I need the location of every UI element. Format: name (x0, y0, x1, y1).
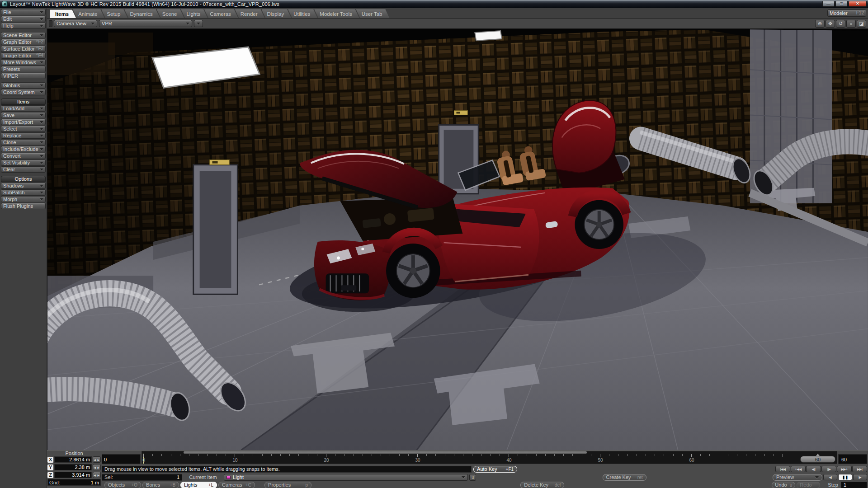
tab-user-tab[interactable]: User Tab (356, 9, 390, 18)
replace-button[interactable]: Replace (1, 132, 46, 139)
y-spinner[interactable] (93, 464, 101, 470)
center-item-icon[interactable]: ⊕ (815, 20, 825, 28)
tab-setup[interactable]: Setup (101, 9, 127, 18)
tab-lights[interactable]: Lights (181, 9, 208, 18)
current-item-dropdown[interactable]: Light (224, 474, 468, 481)
globals-button[interactable]: Globals (1, 82, 46, 89)
go-first-frame-button[interactable]: |◀◀ (775, 466, 790, 472)
transport-controls: |◀◀ +◀◀ ◀|| ||▶ ▶▶+ ▶▶| (775, 466, 867, 472)
tab-render[interactable]: Render (235, 9, 265, 18)
viewport-render[interactable] (47, 29, 868, 450)
position-mode-label[interactable]: Position (47, 450, 101, 456)
redo-button[interactable]: Redo (797, 482, 820, 488)
timeline-tick-label: 60 (689, 458, 694, 463)
render-mode-dropdown[interactable]: VPR (99, 20, 192, 27)
preview-dropdown[interactable]: Preview (773, 474, 822, 481)
z-value-field[interactable]: 3.914 m (54, 472, 92, 478)
clone-button[interactable]: Clone (1, 139, 46, 145)
end-frame-field[interactable]: 60 (838, 454, 867, 464)
move-view-icon[interactable]: ✥ (826, 20, 835, 28)
save-button[interactable]: Save (1, 112, 46, 118)
items-section-header: Items (1, 99, 46, 105)
y-axis-badge[interactable]: Y (47, 465, 53, 470)
timeline-tick (609, 454, 609, 456)
objects-tab[interactable]: Objects+O (104, 482, 141, 488)
coord-system-button[interactable]: Coord System (1, 89, 46, 95)
graph-editor-button[interactable]: Graph Editor^F2 (1, 39, 46, 45)
x-value-field[interactable]: 2.8614 m (54, 456, 92, 463)
modeler-launch-button[interactable]: Modeler F12 (827, 9, 866, 17)
lights-tab[interactable]: Lights+L (180, 482, 217, 488)
fit-view-icon[interactable]: ◪ (857, 20, 866, 28)
shadows-button[interactable]: Shadows (1, 183, 46, 189)
subpatch-button[interactable]: SubPatch (1, 189, 46, 196)
end-frame-handle[interactable]: 60 (800, 456, 835, 463)
x-axis-badge[interactable]: X (47, 457, 53, 463)
dropdown-arrow-icon (40, 155, 43, 157)
play-reverse-button[interactable]: ◀ (823, 474, 837, 480)
view-options-dropdown[interactable] (194, 20, 203, 27)
include-exclude-button[interactable]: Include/Exclude (1, 146, 46, 152)
viewport[interactable] (47, 29, 868, 450)
view-type-dropdown[interactable]: Camera View (54, 20, 97, 27)
next-keyframe-button[interactable]: ▶▶+ (837, 466, 852, 472)
auto-key-button[interactable]: Auto Key+F1 (473, 466, 517, 473)
create-key-button[interactable]: Create Keyret (603, 474, 646, 481)
y-value-field[interactable]: 2.38 m (54, 464, 92, 470)
step-back-button[interactable]: ◀|| (806, 466, 821, 472)
presets-button[interactable]: Presets (1, 66, 46, 72)
tab-display[interactable]: Display (262, 9, 292, 18)
edit-menu[interactable]: Edit (1, 16, 46, 22)
cameras-tab[interactable]: Cameras+C (218, 482, 255, 488)
prev-keyframe-button[interactable]: +◀◀ (791, 466, 806, 472)
load-add-button[interactable]: Load/Add (1, 105, 46, 112)
tab-utilities[interactable]: Utilities (288, 9, 317, 18)
image-editor-button[interactable]: Image Editor^F4 (1, 52, 46, 59)
properties-button[interactable]: Propertiesp (264, 482, 311, 488)
clear-button[interactable]: Clear (1, 166, 46, 173)
tab-modeler-tools[interactable]: Modeler Tools (314, 9, 359, 18)
step-forward-button[interactable]: ||▶ (821, 466, 836, 472)
current-frame-field[interactable]: 0 (102, 454, 141, 464)
timeline-tick (746, 454, 746, 456)
z-spinner[interactable] (93, 472, 101, 478)
restore-button[interactable]: ❐ (835, 1, 848, 7)
select-button[interactable]: Select (1, 126, 46, 132)
tab-items[interactable]: Items (50, 9, 76, 18)
item-info-button[interactable]: ▯ (469, 474, 476, 481)
undo-button[interactable]: Undou (772, 482, 795, 488)
step-field[interactable]: 1 (841, 482, 867, 488)
lightwave-layout-window: Layout™ NewTek LightWave 3D ® HC Rev 201… (0, 0, 868, 488)
timeline-ruler[interactable]: 60 0102030405060 (142, 451, 837, 464)
import-export-button[interactable]: Import/Export (1, 119, 46, 125)
scene-editor-button[interactable]: Scene Editor (1, 32, 46, 38)
tab-scene[interactable]: Scene (157, 9, 184, 18)
z-axis-badge[interactable]: Z (47, 472, 53, 478)
tab-cameras[interactable]: Cameras (204, 9, 238, 18)
surface-editor-button[interactable]: Surface Editor^F3 (1, 46, 46, 52)
title-bar[interactable]: Layout™ NewTek LightWave 3D ® HC Rev 201… (0, 0, 868, 8)
morph-button[interactable]: Morph (1, 196, 46, 202)
go-last-frame-button[interactable]: ▶▶| (852, 466, 867, 472)
viper-button[interactable]: VIPER (1, 73, 46, 79)
set-visibility-button[interactable]: Set Visibility (1, 160, 46, 166)
play-forward-button[interactable]: ▶ (853, 474, 867, 480)
timeline-scrollbar[interactable] (184, 451, 586, 454)
tab-animate[interactable]: Animate (73, 9, 104, 18)
close-button[interactable]: ✕ (849, 1, 867, 7)
file-menu[interactable]: File (1, 9, 46, 15)
dropdown-arrow-icon (40, 108, 43, 110)
delete-key-button[interactable]: Delete Keydel (520, 482, 564, 488)
bones-tab[interactable]: Bones+B (142, 482, 179, 488)
help-menu[interactable]: Help (1, 23, 46, 29)
convert-button[interactable]: Convert (1, 153, 46, 159)
flush-plugins-button[interactable]: Flush Plugins (1, 203, 46, 209)
rotate-view-icon[interactable]: ↺ (836, 20, 845, 28)
tab-dynamics[interactable]: Dynamics (124, 9, 160, 18)
pause-button[interactable]: ❚❚ (838, 474, 852, 480)
zoom-view-icon[interactable]: ⌕ (846, 20, 856, 28)
more-windows-button[interactable]: More Windows (1, 59, 46, 66)
minimize-button[interactable]: — (822, 1, 835, 7)
x-spinner[interactable] (93, 456, 101, 463)
timeline-tick (308, 454, 308, 456)
